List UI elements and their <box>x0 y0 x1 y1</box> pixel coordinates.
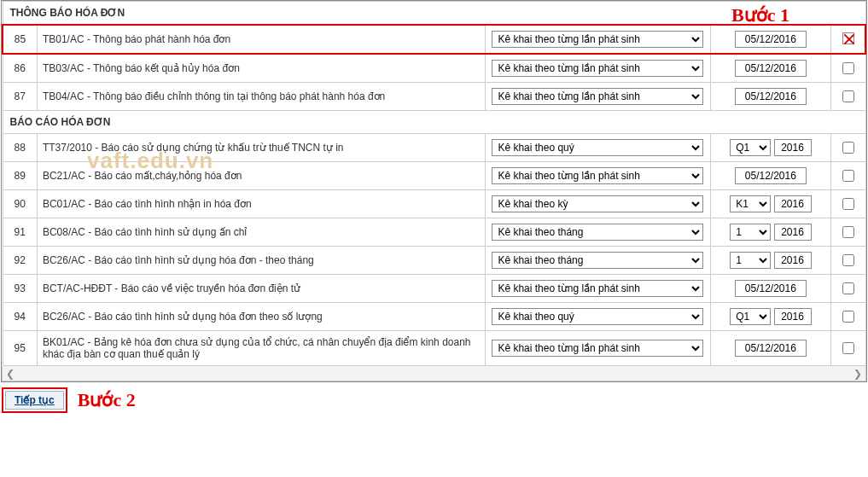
row-description: TT37/2010 - Báo cáo sử dụng chứng từ khấ… <box>37 134 485 162</box>
declaration-mode-select[interactable]: Kê khai theo quý <box>492 139 703 156</box>
table-row: 90BC01/AC - Báo cáo tình hình nhận in hó… <box>3 190 865 218</box>
period-select[interactable]: Q1 <box>730 139 771 156</box>
select-checkbox[interactable] <box>842 254 854 266</box>
annotation-step2: Bước 2 <box>78 389 136 411</box>
cell-select <box>831 83 865 111</box>
cell-declaration-mode: Kê khai theo từng lần phát sinh <box>486 83 711 111</box>
table-row: 93BCT/AC-HĐĐT - Báo cáo về việc truyền h… <box>3 275 865 303</box>
table-row: 95BK01/AC - Bảng kê hóa đơn chưa sử dụng… <box>3 331 865 366</box>
period-date-input[interactable] <box>735 280 807 297</box>
period-year-input[interactable] <box>774 252 812 269</box>
select-checkbox[interactable] <box>842 62 854 74</box>
cell-declaration-mode: Kê khai theo quý <box>486 134 711 162</box>
form-table: THÔNG BÁO HÓA ĐƠN85TB01/AC - Thông báo p… <box>2 1 866 366</box>
declaration-mode-select[interactable]: Kê khai theo tháng <box>492 252 703 269</box>
cell-period <box>710 54 830 83</box>
annotation-step1: Bước 1 <box>731 4 789 26</box>
period-date-input[interactable] <box>735 60 807 77</box>
period-date-input[interactable] <box>735 340 807 357</box>
period-select[interactable]: 1 <box>730 224 771 241</box>
declaration-mode-select[interactable]: Kê khai theo từng lần phát sinh <box>492 60 703 77</box>
cell-declaration-mode: Kê khai theo tháng <box>486 218 711 247</box>
declaration-mode-select[interactable]: Kê khai theo từng lần phát sinh <box>492 31 703 48</box>
select-checkbox[interactable] <box>842 282 854 294</box>
row-description: BC26/AC - Báo cáo tình hình sử dụng hóa … <box>37 247 485 275</box>
period-date-input[interactable] <box>735 167 807 184</box>
row-number: 85 <box>3 25 37 54</box>
table-row: 92BC26/AC - Báo cáo tình hình sử dụng hó… <box>3 247 865 275</box>
scroll-left-icon[interactable]: ❮ <box>6 368 15 380</box>
row-description: TB03/AC - Thông báo kết quả hủy hóa đơn <box>37 54 485 83</box>
row-number: 91 <box>3 218 37 247</box>
cell-select <box>831 303 865 331</box>
period-year-input[interactable] <box>774 224 812 241</box>
period-date-input[interactable] <box>735 31 807 48</box>
select-checkbox[interactable] <box>842 342 854 354</box>
select-checkbox[interactable] <box>842 32 854 44</box>
cell-period: Q1 <box>710 303 830 331</box>
cell-period <box>710 162 830 190</box>
table-container: Bước 1 vaft.edu.vn THÔNG BÁO HÓA ĐƠN85TB… <box>1 0 867 382</box>
cell-select <box>831 275 865 303</box>
horizontal-scrollbar[interactable]: ❮ ❯ <box>2 366 866 381</box>
period-date-input[interactable] <box>735 88 807 105</box>
row-description: TB04/AC - Thông báo điều chỉnh thông tin… <box>37 83 485 111</box>
row-description: BCT/AC-HĐĐT - Báo cáo về việc truyền hóa… <box>37 275 485 303</box>
table-row: 89BC21/AC - Báo cáo mất,cháy,hỏng hóa đơ… <box>3 162 865 190</box>
row-description: BC08/AC - Báo cáo tình hình sử dụng ấn c… <box>37 218 485 247</box>
row-description: BK01/AC - Bảng kê hóa đơn chưa sử dụng c… <box>37 331 485 366</box>
table-row: 85TB01/AC - Thông báo phát hành hóa đơnK… <box>3 25 865 54</box>
period-select[interactable]: Q1 <box>730 308 771 325</box>
cell-declaration-mode: Kê khai theo tháng <box>486 247 711 275</box>
scroll-right-icon[interactable]: ❯ <box>853 368 862 380</box>
select-checkbox[interactable] <box>842 142 854 154</box>
declaration-mode-select[interactable]: Kê khai theo từng lần phát sinh <box>492 167 703 184</box>
row-number: 94 <box>3 303 37 331</box>
row-description: BC21/AC - Báo cáo mất,cháy,hỏng hóa đơn <box>37 162 485 190</box>
period-year-input[interactable] <box>774 195 812 212</box>
select-checkbox[interactable] <box>842 90 854 102</box>
cell-select <box>831 162 865 190</box>
row-number: 95 <box>3 331 37 366</box>
cell-period <box>710 331 830 366</box>
cell-select <box>831 25 865 54</box>
row-number: 92 <box>3 247 37 275</box>
section-header: BÁO CÁO HÓA ĐƠN <box>3 111 865 134</box>
table-row: 87TB04/AC - Thông báo điều chỉnh thông t… <box>3 83 865 111</box>
cell-select <box>831 218 865 247</box>
section-title: BÁO CÁO HÓA ĐƠN <box>3 111 865 134</box>
continue-button-highlight: Tiếp tục <box>2 387 67 413</box>
row-description: TB01/AC - Thông báo phát hành hóa đơn <box>37 25 485 54</box>
select-checkbox[interactable] <box>842 311 854 323</box>
row-number: 88 <box>3 134 37 162</box>
declaration-mode-select[interactable]: Kê khai theo từng lần phát sinh <box>492 340 703 357</box>
select-checkbox[interactable] <box>842 198 854 210</box>
period-year-input[interactable] <box>774 139 812 156</box>
cell-select <box>831 190 865 218</box>
declaration-mode-select[interactable]: Kê khai theo tháng <box>492 224 703 241</box>
declaration-mode-select[interactable]: Kê khai theo từng lần phát sinh <box>492 88 703 105</box>
cell-period: 1 <box>710 218 830 247</box>
cell-period <box>710 275 830 303</box>
period-select[interactable]: 1 <box>730 252 771 269</box>
continue-button[interactable]: Tiếp tục <box>5 391 64 410</box>
select-checkbox[interactable] <box>842 170 854 182</box>
declaration-mode-select[interactable]: Kê khai theo kỳ <box>492 195 703 212</box>
period-select[interactable]: K1 <box>730 195 771 212</box>
declaration-mode-select[interactable]: Kê khai theo từng lần phát sinh <box>492 280 703 297</box>
row-number: 90 <box>3 190 37 218</box>
period-year-input[interactable] <box>774 308 812 325</box>
cell-select <box>831 331 865 366</box>
row-number: 86 <box>3 54 37 83</box>
table-row: 94BC26/AC - Báo cáo tình hình sử dụng hó… <box>3 303 865 331</box>
cell-declaration-mode: Kê khai theo từng lần phát sinh <box>486 25 711 54</box>
cell-period: K1 <box>710 190 830 218</box>
select-checkbox[interactable] <box>842 226 854 238</box>
cell-declaration-mode: Kê khai theo từng lần phát sinh <box>486 331 711 366</box>
table-row: 91BC08/AC - Báo cáo tình hình sử dụng ấn… <box>3 218 865 247</box>
declaration-mode-select[interactable]: Kê khai theo quý <box>492 308 703 325</box>
cell-period <box>710 83 830 111</box>
row-number: 89 <box>3 162 37 190</box>
cell-declaration-mode: Kê khai theo từng lần phát sinh <box>486 162 711 190</box>
row-number: 93 <box>3 275 37 303</box>
